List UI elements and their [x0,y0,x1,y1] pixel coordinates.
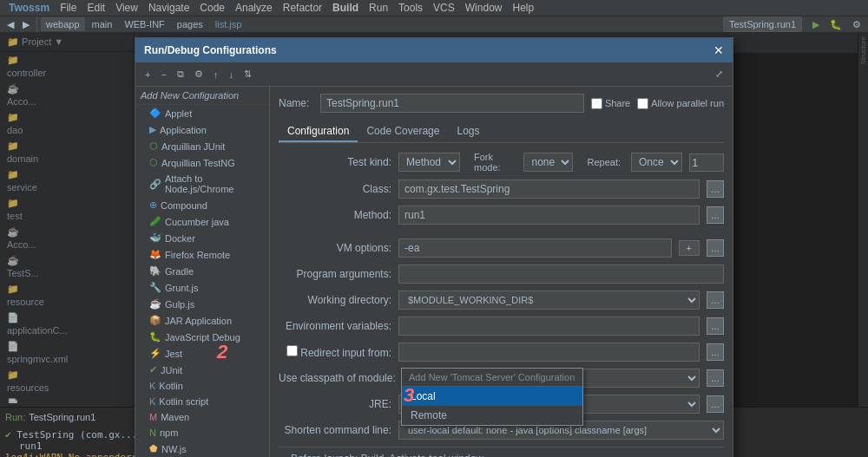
vm-options-browse[interactable]: … [707,239,724,257]
menu-code[interactable]: Code [194,0,230,16]
test-kind-select[interactable]: Method [398,153,460,172]
config-docker[interactable]: 🐳Docker [135,230,269,246]
settings-button[interactable]: ⚙ [849,17,865,32]
menu-file[interactable]: File [55,0,82,16]
name-row: Name: Share Allow parallel run [279,94,724,113]
parallel-checkbox[interactable] [637,98,648,109]
sort-button[interactable]: ⇅ [240,66,256,82]
tomcat-remote-option[interactable]: Remote [402,406,582,425]
menu-analyze[interactable]: Analyze [230,0,278,16]
test-spring-item[interactable]: TestSpring (com.gx... [16,429,137,441]
tab-listjsp[interactable]: list.jsp [210,17,247,31]
class-browse-button[interactable]: … [707,180,724,198]
config-npm[interactable]: Nnpm [135,425,269,441]
tab-webapp[interactable]: webapp [41,17,85,31]
menu-build[interactable]: Build [327,0,364,16]
tab-code-coverage[interactable]: Code Coverage [358,121,448,142]
arrow-up-button[interactable]: ↑ [209,67,223,82]
tab-logs[interactable]: Logs [448,121,488,142]
vm-options-input[interactable] [398,238,672,258]
modal-close-button[interactable]: ✕ [713,43,724,57]
tab-main[interactable]: main [87,17,118,31]
menu-tools[interactable]: Tools [393,0,428,16]
config-list: Add New Configuration 🔷Applet ▶Applicati… [135,87,270,457]
fork-mode-select[interactable]: none [523,153,573,172]
config-kotlin-script[interactable]: KKotlin script [135,394,269,409]
test-kind-row: Test kind: Method Fork mode: none Repeat… [279,152,724,173]
working-dir-select[interactable]: $MODULE_WORKING_DIR$ [398,291,700,310]
repeat-count[interactable] [689,153,724,172]
method-input[interactable] [398,206,700,225]
menu-refactor[interactable]: Refactor [278,0,327,16]
env-vars-input[interactable] [398,317,700,336]
menu-edit[interactable]: Edit [82,0,110,16]
config-jest[interactable]: ⚡Jest [135,345,269,362]
redirect-checkbox[interactable] [286,345,298,356]
menu-view[interactable]: View [110,0,143,16]
repeat-select[interactable]: Once [631,153,682,172]
modal-overlay: Run/Debug Configurations ✕ + − ⧉ ⚙ ↑ ↓ ⇅… [0,33,868,407]
config-arquillian-testng[interactable]: ⬡Arquillian TestNG [135,154,269,171]
run-config-display: TestSpring.run1 [723,16,802,32]
program-args-row: Program arguments: [279,264,724,284]
config-gradle[interactable]: 🐘Gradle [135,263,269,279]
working-dir-browse[interactable]: … [707,291,724,309]
run-button[interactable]: ▶ [809,17,823,32]
jre-browse[interactable]: … [707,395,724,413]
repeat-label: Repeat: [587,157,621,167]
vm-options-expand[interactable]: + [679,240,700,256]
menu-help[interactable]: Help [507,0,539,16]
env-vars-browse[interactable]: … [707,317,724,335]
tab-configuration[interactable]: Configuration [279,121,358,142]
back-button[interactable]: ◀ [3,17,17,32]
expand-button[interactable]: ⤢ [711,66,727,82]
arrow-down-button[interactable]: ↓ [224,67,238,82]
remove-config-button[interactable]: − [156,67,170,82]
class-input[interactable] [398,180,700,199]
config-firefox[interactable]: 🦊Firefox Remote [135,246,269,263]
method-browse-button[interactable]: … [707,206,724,224]
config-jar[interactable]: 📦JAR Application [135,312,269,329]
test-passed-icon: ✔ [5,429,16,441]
classpath-browse[interactable]: … [707,369,724,387]
config-list-header: Add New Configuration [135,87,269,105]
jre-label: JRE: [279,398,391,410]
copy-config-button[interactable]: ⧉ [173,66,188,82]
classpath-label: Use classpath of module: [279,372,396,384]
debug-button[interactable]: 🐛 [826,17,845,32]
config-gulpjs[interactable]: ☕Gulp.js [135,296,269,312]
share-checkbox[interactable] [591,98,602,109]
config-attach-node[interactable]: 🔗Attach to Node.js/Chrome [135,171,269,197]
config-cucumber[interactable]: 🥒Cucumber java [135,213,269,230]
config-kotlin[interactable]: KKotlin [135,378,269,394]
redirect-label: Redirect input from: [279,345,391,359]
parallel-label: Allow parallel run [637,98,724,109]
menu-vcs[interactable]: VCS [428,0,460,16]
config-application[interactable]: ▶Application [135,121,269,138]
menu-window[interactable]: Window [460,0,508,16]
program-args-input[interactable] [398,264,724,284]
config-applet[interactable]: 🔷Applet [135,105,269,121]
test-kind-label: Test kind: [279,156,391,168]
tab-pages[interactable]: pages [172,17,208,31]
config-compound[interactable]: ⊕Compound [135,197,269,213]
settings-config-button[interactable]: ⚙ [190,66,207,82]
menu-run[interactable]: Run [364,0,393,16]
tomcat-local-option[interactable]: Local [402,387,582,406]
add-config-button[interactable]: + [141,67,155,82]
config-js-debug[interactable]: 🐛JavaScript Debug [135,329,269,345]
config-maven[interactable]: MMaven [135,409,269,425]
forward-button[interactable]: ▶ [19,17,33,32]
env-vars-label: Environment variables: [279,320,391,332]
tab-webinf[interactable]: WEB-INF [119,17,169,31]
menu-navigate[interactable]: Navigate [143,0,194,16]
modal-title-bar: Run/Debug Configurations ✕ [135,38,733,62]
config-arquillian-junit[interactable]: ⬡Arquillian JUnit [135,138,269,154]
toolbar: ◀ ▶ webapp main WEB-INF pages list.jsp T… [0,16,868,33]
config-junit[interactable]: ✔JUnit [135,362,269,378]
config-gruntjs[interactable]: 🔧Grunt.js [135,279,269,296]
name-input[interactable] [320,94,584,113]
redirect-browse[interactable]: … [707,343,724,361]
redirect-input[interactable] [398,343,700,362]
config-nwjs[interactable]: ⬟NW.js [135,441,269,457]
